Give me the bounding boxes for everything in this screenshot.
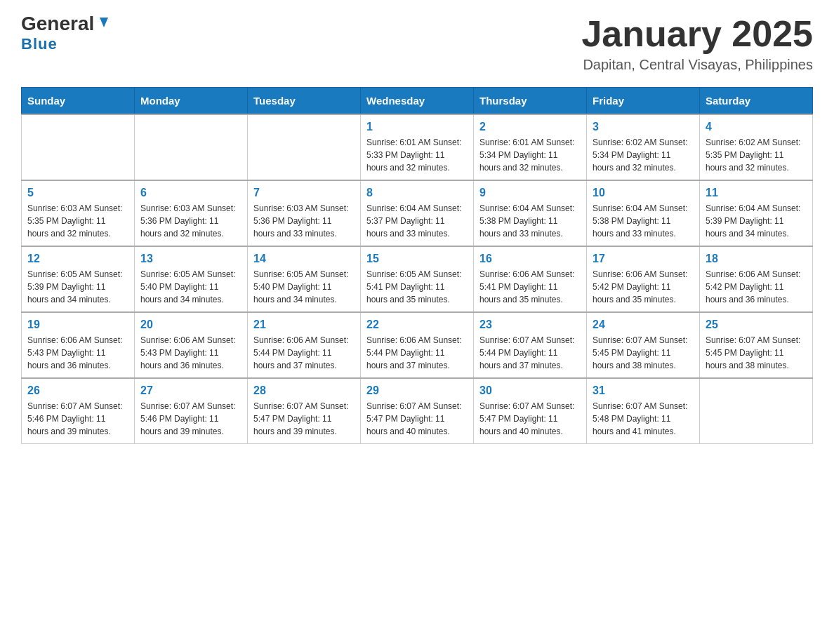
week-row-1: 1Sunrise: 6:01 AM Sunset: 5:33 PM Daylig… [22,114,813,180]
day-info: Sunrise: 6:06 AM Sunset: 5:42 PM Dayligh… [593,268,694,306]
day-number: 3 [593,121,694,133]
week-row-5: 26Sunrise: 6:07 AM Sunset: 5:46 PM Dayli… [22,378,813,444]
day-number: 26 [27,384,128,397]
page-header: General Blue January 2025 Dapitan, Centr… [21,14,813,73]
calendar-cell: 15Sunrise: 6:05 AM Sunset: 5:41 PM Dayli… [361,246,474,312]
day-info: Sunrise: 6:05 AM Sunset: 5:40 PM Dayligh… [140,268,241,306]
day-info: Sunrise: 6:07 AM Sunset: 5:46 PM Dayligh… [27,400,128,438]
svg-marker-0 [100,18,108,27]
day-header-monday: Monday [135,88,248,115]
day-number: 21 [253,318,355,331]
calendar-cell: 22Sunrise: 6:06 AM Sunset: 5:44 PM Dayli… [361,312,474,378]
calendar-cell [135,114,248,180]
week-row-3: 12Sunrise: 6:05 AM Sunset: 5:39 PM Dayli… [22,246,813,312]
day-number: 19 [27,318,128,331]
calendar-cell: 9Sunrise: 6:04 AM Sunset: 5:38 PM Daylig… [474,180,587,246]
day-info: Sunrise: 6:06 AM Sunset: 5:41 PM Dayligh… [479,268,581,306]
month-title: January 2025 [581,14,813,54]
day-info: Sunrise: 6:01 AM Sunset: 5:33 PM Dayligh… [366,136,468,174]
day-info: Sunrise: 6:05 AM Sunset: 5:41 PM Dayligh… [366,268,468,306]
day-info: Sunrise: 6:04 AM Sunset: 5:38 PM Dayligh… [593,202,694,240]
day-number: 1 [366,121,468,133]
calendar-cell: 6Sunrise: 6:03 AM Sunset: 5:36 PM Daylig… [135,180,248,246]
calendar-cell: 8Sunrise: 6:04 AM Sunset: 5:37 PM Daylig… [361,180,474,246]
day-number: 13 [140,253,241,265]
logo: General Blue [21,14,111,53]
day-info: Sunrise: 6:04 AM Sunset: 5:38 PM Dayligh… [479,202,581,240]
calendar-cell: 1Sunrise: 6:01 AM Sunset: 5:33 PM Daylig… [361,114,474,180]
calendar-cell: 29Sunrise: 6:07 AM Sunset: 5:47 PM Dayli… [361,378,474,444]
calendar-cell [22,114,135,180]
day-info: Sunrise: 6:01 AM Sunset: 5:34 PM Dayligh… [479,136,581,174]
week-row-4: 19Sunrise: 6:06 AM Sunset: 5:43 PM Dayli… [22,312,813,378]
calendar-cell: 18Sunrise: 6:06 AM Sunset: 5:42 PM Dayli… [700,246,813,312]
calendar-cell: 12Sunrise: 6:05 AM Sunset: 5:39 PM Dayli… [22,246,135,312]
day-number: 24 [593,318,694,331]
day-number: 11 [706,187,807,199]
calendar-cell: 14Sunrise: 6:05 AM Sunset: 5:40 PM Dayli… [248,246,361,312]
day-info: Sunrise: 6:06 AM Sunset: 5:43 PM Dayligh… [140,334,241,372]
calendar-cell: 17Sunrise: 6:06 AM Sunset: 5:42 PM Dayli… [587,246,700,312]
logo-sub-text: Blue [21,35,58,53]
day-number: 9 [479,187,581,199]
day-header-tuesday: Tuesday [248,88,361,115]
day-number: 15 [366,253,468,265]
calendar-cell: 16Sunrise: 6:06 AM Sunset: 5:41 PM Dayli… [474,246,587,312]
calendar-cell: 21Sunrise: 6:06 AM Sunset: 5:44 PM Dayli… [248,312,361,378]
day-number: 7 [253,187,355,199]
day-number: 10 [593,187,694,199]
day-number: 23 [479,318,581,331]
day-header-saturday: Saturday [700,88,813,115]
day-number: 8 [366,187,468,199]
calendar-cell: 3Sunrise: 6:02 AM Sunset: 5:34 PM Daylig… [587,114,700,180]
day-info: Sunrise: 6:07 AM Sunset: 5:48 PM Dayligh… [593,400,694,438]
calendar-cell: 19Sunrise: 6:06 AM Sunset: 5:43 PM Dayli… [22,312,135,378]
day-number: 31 [593,384,694,397]
day-info: Sunrise: 6:05 AM Sunset: 5:40 PM Dayligh… [253,268,355,306]
day-info: Sunrise: 6:07 AM Sunset: 5:44 PM Dayligh… [479,334,581,372]
calendar-cell: 10Sunrise: 6:04 AM Sunset: 5:38 PM Dayli… [587,180,700,246]
day-number: 25 [706,318,807,331]
day-number: 22 [366,318,468,331]
day-number: 18 [706,253,807,265]
day-info: Sunrise: 6:04 AM Sunset: 5:39 PM Dayligh… [706,202,807,240]
calendar-cell: 28Sunrise: 6:07 AM Sunset: 5:47 PM Dayli… [248,378,361,444]
day-header-thursday: Thursday [474,88,587,115]
day-info: Sunrise: 6:03 AM Sunset: 5:36 PM Dayligh… [253,202,355,240]
calendar-cell: 25Sunrise: 6:07 AM Sunset: 5:45 PM Dayli… [700,312,813,378]
calendar-cell: 13Sunrise: 6:05 AM Sunset: 5:40 PM Dayli… [135,246,248,312]
day-info: Sunrise: 6:07 AM Sunset: 5:45 PM Dayligh… [706,334,807,372]
calendar-table: SundayMondayTuesdayWednesdayThursdayFrid… [21,87,813,444]
day-info: Sunrise: 6:07 AM Sunset: 5:47 PM Dayligh… [479,400,581,438]
day-info: Sunrise: 6:07 AM Sunset: 5:46 PM Dayligh… [140,400,241,438]
location-text: Dapitan, Central Visayas, Philippines [581,57,813,73]
calendar-header-row: SundayMondayTuesdayWednesdayThursdayFrid… [22,88,813,115]
logo-main-text: General [21,14,94,34]
calendar-cell: 23Sunrise: 6:07 AM Sunset: 5:44 PM Dayli… [474,312,587,378]
day-number: 30 [479,384,581,397]
week-row-2: 5Sunrise: 6:03 AM Sunset: 5:35 PM Daylig… [22,180,813,246]
day-number: 16 [479,253,581,265]
calendar-cell: 31Sunrise: 6:07 AM Sunset: 5:48 PM Dayli… [587,378,700,444]
day-info: Sunrise: 6:05 AM Sunset: 5:39 PM Dayligh… [27,268,128,306]
day-info: Sunrise: 6:07 AM Sunset: 5:47 PM Dayligh… [253,400,355,438]
day-info: Sunrise: 6:02 AM Sunset: 5:34 PM Dayligh… [593,136,694,174]
day-number: 28 [253,384,355,397]
day-header-sunday: Sunday [22,88,135,115]
day-number: 20 [140,318,241,331]
day-number: 14 [253,253,355,265]
calendar-cell [700,378,813,444]
calendar-cell: 30Sunrise: 6:07 AM Sunset: 5:47 PM Dayli… [474,378,587,444]
calendar-cell: 11Sunrise: 6:04 AM Sunset: 5:39 PM Dayli… [700,180,813,246]
calendar-cell: 27Sunrise: 6:07 AM Sunset: 5:46 PM Dayli… [135,378,248,444]
title-section: January 2025 Dapitan, Central Visayas, P… [581,14,813,73]
calendar-cell: 4Sunrise: 6:02 AM Sunset: 5:35 PM Daylig… [700,114,813,180]
day-number: 4 [706,121,807,133]
calendar-cell [248,114,361,180]
day-info: Sunrise: 6:02 AM Sunset: 5:35 PM Dayligh… [706,136,807,174]
day-info: Sunrise: 6:03 AM Sunset: 5:35 PM Dayligh… [27,202,128,240]
day-number: 27 [140,384,241,397]
day-number: 29 [366,384,468,397]
day-number: 2 [479,121,581,133]
day-number: 12 [27,253,128,265]
